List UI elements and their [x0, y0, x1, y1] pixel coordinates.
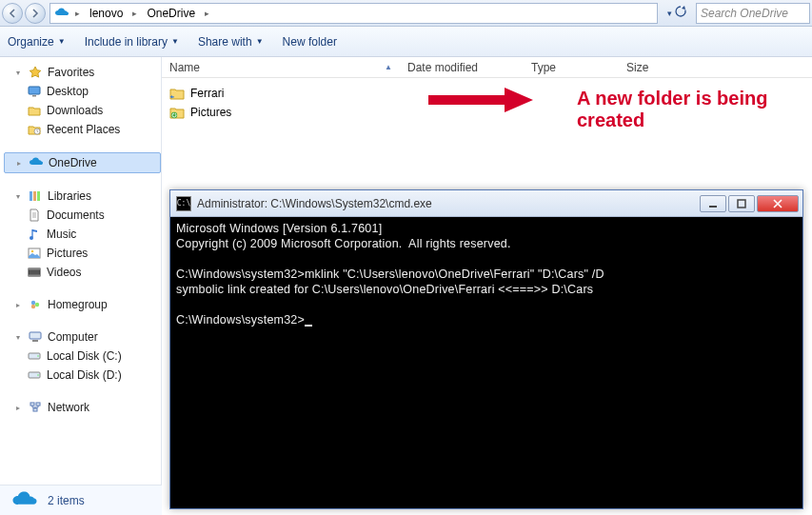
cmd-output[interactable]: Microsoft Windows [Version 6.1.7601] Cop… [170, 217, 802, 331]
expander-icon[interactable]: ▾ [13, 333, 23, 342]
include-label: Include in library [85, 35, 168, 49]
column-label: Date modified [407, 61, 478, 74]
nav-label: Network [48, 401, 89, 414]
expander-icon[interactable]: ▾ [13, 69, 23, 77]
svg-rect-16 [32, 340, 38, 342]
cmd-line: Microsoft Windows [Version 6.1.7601] [176, 222, 382, 235]
cmd-titlebar[interactable]: C:\ Administrator: C:\Windows\System32\c… [170, 190, 802, 217]
chevron-down-icon: ▼ [171, 37, 179, 46]
search-input[interactable]: Search OneDrive [696, 3, 810, 24]
maximize-button[interactable] [728, 195, 755, 212]
cmd-title-text: Administrator: C:\Windows\System32\cmd.e… [197, 197, 694, 210]
folder-shortcut-icon [169, 86, 185, 101]
back-button[interactable] [2, 3, 23, 24]
minimize-button[interactable] [700, 195, 726, 212]
chevron-down-icon: ▼ [256, 37, 264, 46]
nav-documents[interactable]: Documents [4, 206, 161, 225]
nav-computer[interactable]: ▾ Computer [4, 327, 161, 347]
nav-tree: ▾ Favorites Desktop Downloads [0, 57, 162, 515]
nav-local-disk-c[interactable]: Local Disk (C:) [4, 347, 161, 366]
arrow-left-icon [8, 9, 17, 18]
nav-favorites[interactable]: ▾ Favorites [4, 63, 161, 82]
annotation-text: A new folder is being created [577, 88, 812, 131]
column-size[interactable]: Size [619, 61, 695, 74]
network-icon [28, 400, 43, 415]
recent-icon [27, 122, 42, 137]
videos-icon [27, 265, 42, 280]
nav-label: Favorites [48, 66, 94, 79]
svg-point-8 [31, 250, 34, 253]
address-bar: ▸ lenovo ▸ OneDrive ▸ ▾ Search OneDrive [0, 0, 812, 27]
nav-homegroup[interactable]: ▸ Homegroup [4, 295, 161, 314]
svg-point-12 [31, 301, 35, 305]
chevron-right-icon: ▸ [203, 9, 211, 18]
file-name: Pictures [190, 106, 231, 119]
organize-label: Organize [8, 35, 54, 49]
folder-icon [27, 103, 42, 118]
column-name[interactable]: Name ▲ [162, 61, 400, 74]
organize-menu[interactable]: Organize ▼ [8, 35, 66, 49]
svg-rect-0 [29, 87, 40, 94]
minimize-icon [708, 199, 718, 208]
share-label: Share with [198, 35, 252, 49]
nav-network[interactable]: ▸ Network [4, 398, 161, 417]
file-name: Ferrari [190, 87, 224, 100]
nav-label: Documents [47, 208, 105, 222]
close-button[interactable] [757, 195, 799, 212]
computer-icon [28, 329, 43, 345]
refresh-icon[interactable] [674, 5, 687, 21]
nav-libraries[interactable]: ▾ Libraries [4, 187, 161, 206]
desktop-icon [27, 84, 42, 99]
nav-label: Videos [47, 266, 81, 279]
nav-music[interactable]: Music [4, 225, 161, 244]
status-bar: 2 items [0, 485, 162, 515]
include-library-menu[interactable]: Include in library ▼ [85, 35, 179, 49]
music-icon [27, 227, 42, 242]
svg-rect-22 [36, 403, 40, 406]
nav-label: Computer [48, 330, 98, 344]
svg-point-18 [37, 355, 39, 357]
cmd-icon: C:\ [176, 196, 191, 211]
maximize-icon [737, 199, 746, 208]
breadcrumb[interactable]: ▸ lenovo ▸ OneDrive ▸ [50, 3, 658, 24]
chevron-down-icon[interactable]: ▾ [667, 9, 672, 18]
svg-rect-26 [709, 206, 717, 208]
svg-rect-5 [37, 191, 40, 201]
expander-icon[interactable]: ▸ [13, 301, 23, 309]
expander-icon[interactable]: ▸ [13, 404, 23, 412]
cursor-icon [305, 325, 312, 327]
annotation-arrow [428, 88, 533, 112]
nav-label: Pictures [47, 247, 88, 260]
nav-downloads[interactable]: Downloads [4, 101, 161, 120]
expander-icon[interactable]: ▾ [13, 192, 23, 201]
folder-sync-icon [169, 105, 185, 120]
svg-point-6 [30, 236, 33, 240]
nav-label: Local Disk (C:) [47, 349, 122, 363]
column-label: Type [531, 61, 556, 74]
svg-point-14 [31, 305, 35, 308]
column-date[interactable]: Date modified [400, 61, 524, 74]
column-type[interactable]: Type [524, 61, 619, 74]
breadcrumb-item[interactable]: OneDrive [143, 5, 199, 22]
cmd-window[interactable]: C:\ Administrator: C:\Windows\System32\c… [169, 189, 803, 509]
forward-button[interactable] [25, 3, 46, 24]
nav-desktop[interactable]: Desktop [4, 82, 161, 101]
expander-icon[interactable]: ▸ [14, 159, 24, 168]
chevron-right-icon: ▸ [130, 9, 139, 18]
nav-label: Homegroup [48, 298, 108, 311]
nav-local-disk-d[interactable]: Local Disk (D:) [4, 366, 161, 385]
drive-icon [27, 367, 42, 383]
nav-videos[interactable]: Videos [4, 263, 161, 282]
arrow-right-icon [30, 9, 40, 18]
onedrive-large-icon [11, 490, 38, 511]
nav-onedrive[interactable]: ▸ OneDrive [4, 152, 161, 173]
breadcrumb-item[interactable]: lenovo [86, 5, 127, 22]
nav-pictures[interactable]: Pictures [4, 244, 161, 263]
onedrive-icon [29, 155, 44, 170]
new-folder-button[interactable]: New folder [283, 35, 337, 49]
nav-label: Local Disk (D:) [47, 368, 122, 382]
search-placeholder: Search OneDrive [701, 7, 788, 20]
cmd-line: Copyright (c) 2009 Microsoft Corporation… [176, 237, 511, 250]
nav-recent-places[interactable]: Recent Places [4, 120, 161, 139]
share-with-menu[interactable]: Share with ▼ [198, 35, 264, 49]
